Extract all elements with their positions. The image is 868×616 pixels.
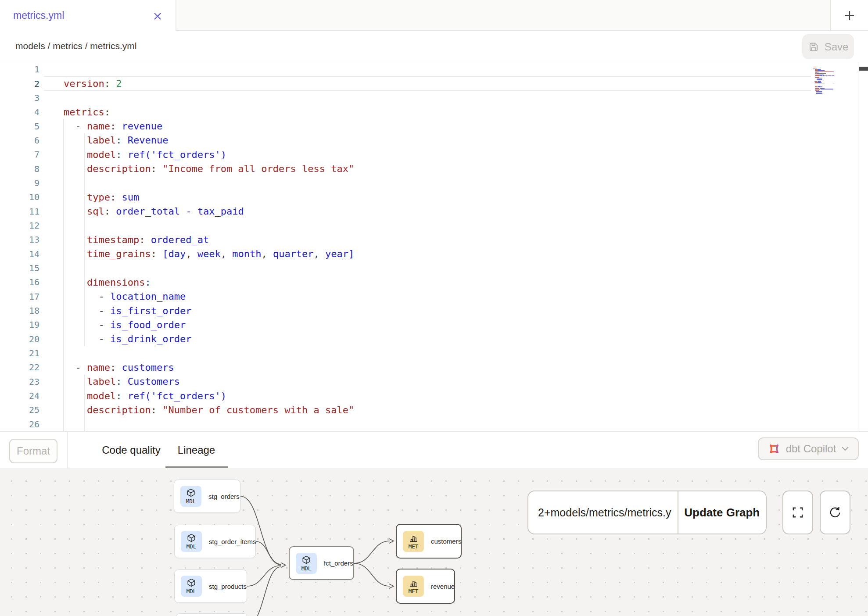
line-number: 20 bbox=[0, 334, 39, 344]
lineage-node-stg_products[interactable]: MDLstg_products bbox=[174, 569, 247, 603]
code-line[interactable]: 11 sql: order_total - tax_paid bbox=[0, 204, 868, 218]
code-line[interactable]: 21 bbox=[0, 346, 868, 360]
node-label: customers bbox=[431, 537, 461, 545]
code-line[interactable]: 7 model: ref('fct_orders') bbox=[0, 147, 868, 161]
line-number: 21 bbox=[0, 348, 39, 358]
code-line[interactable]: 8 description: "Income from all orders l… bbox=[0, 161, 868, 175]
tab-label: metrics.yml bbox=[13, 10, 64, 21]
code-text: - location_name bbox=[39, 291, 186, 302]
code-text: metrics: bbox=[39, 107, 110, 118]
code-line[interactable]: 16 dimensions: bbox=[0, 275, 868, 289]
line-number: 1 bbox=[0, 64, 39, 75]
code-line[interactable]: 4metrics: bbox=[0, 105, 868, 119]
code-text: description: "Number of customers with a… bbox=[39, 405, 354, 415]
line-number: 22 bbox=[0, 362, 39, 372]
code-line[interactable]: 13 timestamp: ordered_at bbox=[0, 233, 868, 247]
refresh-button[interactable] bbox=[820, 491, 850, 534]
code-text: - name: customers bbox=[39, 362, 174, 373]
code-line[interactable]: 5 - name: revenue bbox=[0, 119, 868, 133]
tab-metrics-yml[interactable]: metrics.yml bbox=[0, 0, 176, 31]
code-line[interactable]: 19 - is_food_order bbox=[0, 318, 868, 332]
line-number: 15 bbox=[0, 263, 39, 273]
lineage-selector-input[interactable]: 2+models/metrics/metrics.y bbox=[528, 491, 678, 534]
line-number: 9 bbox=[0, 178, 39, 188]
dbt-copilot-button[interactable]: dbt Copilot bbox=[758, 437, 859, 460]
code-line[interactable]: 14 time_grains: [day, week, month, quart… bbox=[0, 247, 868, 261]
code-editor[interactable]: 12version: 234metrics:5 - name: revenue6… bbox=[0, 62, 868, 431]
code-text: version: 2 bbox=[39, 78, 122, 89]
code-text: description: "Income from all orders les… bbox=[39, 163, 354, 174]
lineage-node-stg_orders[interactable]: MDLstg_orders bbox=[174, 480, 240, 513]
format-button[interactable]: Format bbox=[9, 439, 57, 463]
save-label: Save bbox=[825, 41, 849, 53]
code-line[interactable]: 18 - is_first_order bbox=[0, 304, 868, 318]
bottom-toolbar: Format Code quality Lineage dbt Copilot bbox=[0, 431, 868, 468]
line-number: 8 bbox=[0, 164, 39, 174]
code-text: model: ref('fct_orders') bbox=[39, 149, 226, 160]
line-number: 10 bbox=[0, 192, 39, 202]
code-text: timestamp: ordered_at bbox=[39, 234, 209, 245]
update-graph-button[interactable]: Update Graph bbox=[678, 491, 766, 534]
code-line[interactable]: 12 bbox=[0, 218, 868, 233]
model-cube-icon: MDL bbox=[181, 531, 202, 552]
code-lines: 12version: 234metrics:5 - name: revenue6… bbox=[0, 62, 868, 431]
lineage-canvas[interactable]: MDLstg_ordersMDLstg_order_itemsMDLstg_pr… bbox=[0, 468, 868, 616]
node-label: revenue bbox=[431, 583, 455, 590]
code-line[interactable]: 2version: 2 bbox=[0, 76, 868, 90]
code-line[interactable]: 20 - is_drink_order bbox=[0, 332, 868, 346]
overview-ruler[interactable] bbox=[858, 62, 868, 431]
plus-icon bbox=[843, 9, 856, 22]
line-number: 4 bbox=[0, 107, 39, 117]
tab-bar: metrics.yml bbox=[0, 0, 868, 31]
tab-code-quality[interactable]: Code quality bbox=[94, 432, 169, 468]
fullscreen-button[interactable] bbox=[782, 491, 813, 534]
code-text: model: ref('fct_orders') bbox=[39, 390, 226, 401]
tab-lineage[interactable]: Lineage bbox=[171, 432, 222, 468]
code-text: dimensions: bbox=[39, 277, 151, 288]
code-text: - name: revenue bbox=[39, 121, 162, 132]
line-number: 12 bbox=[0, 220, 39, 231]
close-icon[interactable] bbox=[153, 11, 162, 21]
refresh-icon bbox=[828, 505, 842, 519]
fullscreen-icon bbox=[791, 506, 804, 519]
code-line[interactable]: 17 - location_name bbox=[0, 290, 868, 304]
model-cube-icon: MDL bbox=[180, 486, 201, 507]
node-label: fct_orders bbox=[324, 559, 353, 567]
line-number: 23 bbox=[0, 376, 39, 387]
code-line[interactable]: 1 bbox=[0, 62, 868, 76]
line-number: 24 bbox=[0, 390, 39, 401]
code-line[interactable]: 10 type: sum bbox=[0, 190, 868, 204]
code-text: sql: order_total - tax_paid bbox=[39, 206, 244, 217]
code-line[interactable]: 9 bbox=[0, 176, 868, 190]
lineage-node-stg_order_items[interactable]: MDLstg_order_items bbox=[174, 525, 256, 558]
save-button[interactable]: Save bbox=[802, 34, 854, 59]
lineage-node-fct_orders[interactable]: MDLfct_orders bbox=[289, 546, 354, 580]
lineage-node-offscreen_node[interactable]: MDL bbox=[176, 613, 248, 616]
model-cube-icon: MDL bbox=[181, 576, 202, 597]
model-cube-icon: MDL bbox=[296, 553, 317, 574]
code-line[interactable]: 26 bbox=[0, 417, 868, 431]
lineage-node-revenue[interactable]: METrevenue bbox=[396, 569, 455, 604]
dbt-copilot-logo-icon bbox=[768, 442, 781, 455]
code-line[interactable]: 3 bbox=[0, 91, 868, 105]
line-number: 11 bbox=[0, 206, 39, 217]
code-line[interactable]: 15 bbox=[0, 261, 868, 275]
node-label: stg_products bbox=[209, 583, 247, 590]
minimap[interactable] bbox=[813, 66, 857, 96]
code-line[interactable]: 22 - name: customers bbox=[0, 360, 868, 374]
code-text: label: Revenue bbox=[39, 135, 168, 146]
lineage-node-customers[interactable]: METcustomers bbox=[396, 524, 462, 559]
new-tab-button[interactable] bbox=[830, 0, 868, 31]
tab-bar-empty-area bbox=[176, 0, 830, 31]
breadcrumb-row: models / metrics / metrics.yml Save bbox=[0, 31, 868, 62]
code-line[interactable]: 23 label: Customers bbox=[0, 375, 868, 389]
code-line[interactable]: 25 description: "Number of customers wit… bbox=[0, 403, 868, 417]
code-line[interactable]: 6 label: Revenue bbox=[0, 133, 868, 147]
code-line[interactable]: 24 model: ref('fct_orders') bbox=[0, 389, 868, 403]
line-number: 7 bbox=[0, 149, 39, 160]
line-number: 14 bbox=[0, 249, 39, 259]
line-number: 18 bbox=[0, 305, 39, 316]
code-text: type: sum bbox=[39, 192, 139, 203]
line-number: 5 bbox=[0, 121, 39, 132]
line-number: 6 bbox=[0, 135, 39, 146]
